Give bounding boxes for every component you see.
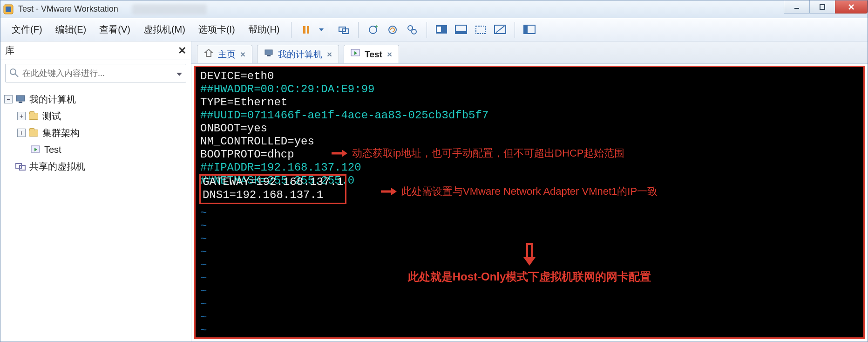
- tab-mycomputer[interactable]: 我的计算机 ×: [257, 45, 339, 63]
- power-group: [296, 21, 324, 39]
- console-line-gateway: GATEWAY=192.168.137.1: [203, 176, 343, 189]
- svg-rect-1: [6, 7, 11, 12]
- menu-edit[interactable]: 编辑(E): [49, 21, 93, 38]
- svg-rect-28: [16, 96, 25, 101]
- toolbar-separator: [329, 22, 329, 38]
- window-control-buttons: [784, 0, 868, 15]
- sidebar-close-icon[interactable]: ✕: [178, 45, 186, 57]
- view-fullscreen-icon[interactable]: [472, 21, 489, 39]
- tab-label: 我的计算机: [278, 48, 322, 61]
- tab-label: 主页: [218, 48, 236, 61]
- snapshot-manager-icon[interactable]: [403, 21, 421, 39]
- minimize-button[interactable]: [784, 0, 810, 14]
- svg-rect-43: [527, 244, 532, 258]
- tab-home[interactable]: 主页 ×: [197, 45, 252, 63]
- window-title: Test - VMware Workstation: [18, 4, 118, 14]
- expand-icon[interactable]: +: [17, 129, 26, 137]
- console-line: ##IPADDR=192.168.137.120: [200, 161, 859, 174]
- svg-line-22: [496, 26, 504, 33]
- content-area: 主页 × 我的计算机 × Test × DEVICE=eth0##HWADDR=…: [191, 41, 868, 342]
- maximize-button[interactable]: [809, 0, 835, 14]
- console-output: DEVICE=eth0##HWADDR=00:0C:29:DA:E9:99TYP…: [196, 67, 863, 190]
- menu-view[interactable]: 查看(V): [93, 21, 137, 38]
- search-dropdown-icon[interactable]: [176, 70, 183, 79]
- console-line-dns: DNS1=192.168.137.1: [203, 189, 343, 202]
- tree-node-mycomputer[interactable]: − 我的计算机: [4, 91, 187, 108]
- annotation-text: 此处需设置与VMware Network Adapter VMnet1的IP一致: [401, 185, 658, 198]
- menubar: 文件(F) 编辑(E) 查看(V) 虚拟机(M) 选项卡(I) 帮助(H) +: [0, 18, 868, 41]
- titlebar: Test - VMware Workstation: [0, 0, 868, 18]
- svg-line-4: [849, 5, 854, 9]
- search-input[interactable]: [5, 64, 186, 82]
- expand-icon[interactable]: +: [17, 112, 26, 120]
- svg-rect-7: [307, 26, 309, 34]
- vm-running-icon: [351, 49, 360, 60]
- sidebar-header: 库 ✕: [0, 41, 191, 60]
- tree-node-shared-vms[interactable]: 共享的虚拟机: [4, 158, 187, 175]
- console-line: ##HWADDR=00:0C:29:DA:E9:99: [200, 83, 859, 96]
- menu-vm[interactable]: 虚拟机(M): [137, 21, 192, 38]
- view-console-icon[interactable]: [433, 21, 450, 39]
- computer-icon: [264, 49, 273, 60]
- library-tree: − 我的计算机 + 测试 + 集群架构 Test: [0, 86, 191, 179]
- svg-rect-17: [437, 27, 441, 32]
- annotation-gateway: 此处需设置与VMware Network Adapter VMnet1的IP一致: [380, 185, 658, 198]
- tree-node-cluster-folder[interactable]: + 集群架构: [4, 124, 187, 141]
- svg-point-13: [389, 26, 396, 34]
- svg-point-25: [10, 69, 16, 75]
- snapshot-revert-icon[interactable]: [384, 21, 401, 39]
- view-unity-icon[interactable]: [452, 21, 470, 39]
- computer-icon: [15, 94, 26, 104]
- home-icon: [204, 48, 213, 60]
- tree-label: Test: [44, 144, 61, 155]
- tabbar: 主页 × 我的计算机 × Test ×: [191, 41, 868, 64]
- tab-label: Test: [365, 49, 382, 60]
- tab-close-icon[interactable]: ×: [240, 49, 245, 60]
- svg-rect-19: [455, 31, 467, 34]
- blurred-secondary-title: [132, 4, 207, 14]
- toolbar-separator: [358, 22, 359, 38]
- menu-tabs[interactable]: 选项卡(I): [192, 21, 242, 38]
- gateway-highlight-box: GATEWAY=192.168.137.1 DNS1=192.168.137.1: [199, 174, 346, 204]
- tree-label: 共享的虚拟机: [29, 160, 85, 173]
- annotation-text: 此处就是Host-Only模式下虚拟机联网的网卡配置: [408, 269, 651, 284]
- tab-close-icon[interactable]: ×: [327, 49, 332, 60]
- vm-console[interactable]: DEVICE=eth0##HWADDR=00:0C:29:DA:E9:99TYP…: [194, 66, 865, 339]
- collapse-icon[interactable]: −: [4, 95, 13, 103]
- tree-label: 我的计算机: [29, 93, 76, 106]
- console-line: TYPE=Ethernet: [200, 96, 859, 109]
- snapshot-take-icon[interactable]: +: [364, 21, 382, 39]
- tab-test[interactable]: Test ×: [344, 45, 399, 63]
- arrow-right-icon: [380, 187, 397, 196]
- send-ctrl-alt-del-icon[interactable]: [335, 21, 353, 39]
- folder-icon: [28, 111, 39, 121]
- console-line: DEVICE=eth0: [200, 70, 859, 83]
- svg-rect-36: [267, 55, 271, 56]
- search-icon: [9, 68, 19, 80]
- svg-marker-42: [391, 188, 397, 195]
- close-button[interactable]: [835, 0, 868, 14]
- svg-rect-29: [19, 102, 22, 103]
- annotation-dhcp: 动态获取ip地址，也可手动配置，但不可超出DHCP起始范围: [331, 146, 624, 160]
- svg-rect-35: [265, 50, 272, 55]
- sidebar-search: [5, 64, 186, 82]
- tree-label: 集群架构: [42, 127, 80, 139]
- tab-close-icon[interactable]: ×: [387, 49, 392, 60]
- pause-button[interactable]: [297, 21, 315, 39]
- arrow-down-icon: [522, 243, 537, 267]
- svg-rect-24: [524, 25, 528, 34]
- svg-point-15: [412, 29, 416, 34]
- library-toggle-icon[interactable]: [521, 21, 538, 39]
- view-exclusive-icon[interactable]: [491, 21, 509, 39]
- console-line: ##UUID=0711466f-ae1f-4ace-aa83-025cb3dfb…: [200, 109, 859, 122]
- library-sidebar: 库 ✕ − 我的计算机 + 测试 +: [0, 41, 191, 342]
- tree-node-test-folder[interactable]: + 测试: [4, 108, 187, 124]
- toolbar-separator: [291, 22, 292, 38]
- power-dropdown-icon[interactable]: [319, 24, 324, 35]
- svg-marker-8: [319, 28, 324, 31]
- vm-running-icon: [30, 144, 41, 155]
- svg-marker-40: [342, 150, 347, 157]
- tree-node-test-vm[interactable]: Test: [4, 141, 187, 158]
- menu-help[interactable]: 帮助(H): [242, 21, 286, 38]
- menu-file[interactable]: 文件(F): [5, 21, 49, 38]
